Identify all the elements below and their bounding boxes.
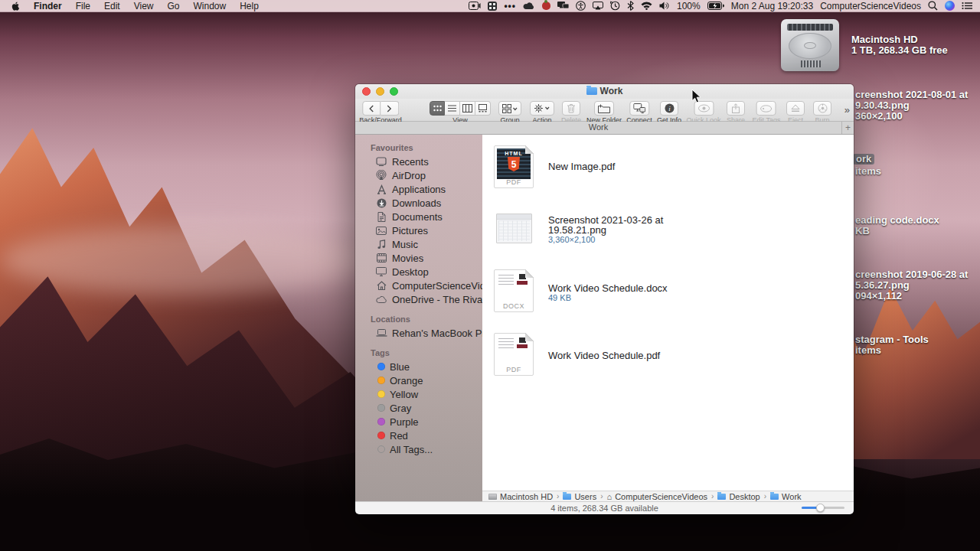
path-segment-users[interactable]: Users — [563, 492, 596, 501]
grid-app-icon[interactable] — [488, 2, 497, 11]
new-folder-button-control[interactable] — [594, 101, 614, 116]
folder-icon — [586, 87, 597, 95]
menu-edit[interactable]: Edit — [104, 1, 120, 11]
menu-go[interactable]: Go — [168, 1, 180, 11]
file-name-schedule-pdf[interactable]: Work Video Schedule.pdf — [548, 350, 660, 360]
slider-knob[interactable] — [816, 504, 825, 512]
new-tab-button[interactable]: + — [841, 122, 854, 134]
sidebar-tag-yellow[interactable]: Yellow — [355, 387, 482, 401]
menu-bar-clock[interactable]: Mon 2 Aug 19:20:33 — [731, 1, 813, 11]
sidebar-tag-purple[interactable]: Purple — [355, 415, 482, 429]
icon-view-button[interactable] — [430, 101, 445, 116]
edit-tags-button-control[interactable] — [756, 101, 776, 116]
sidebar-tag-all[interactable]: All Tags... — [355, 442, 482, 456]
burn-button-control[interactable] — [813, 101, 831, 116]
action-button-control[interactable] — [530, 101, 554, 116]
desktop-item-work-folder[interactable]: ork items — [853, 154, 881, 177]
apple-menu-icon[interactable] — [11, 1, 20, 11]
connect-button: Connect — [626, 101, 652, 124]
sidebar-item-downloads[interactable]: Downloads — [355, 196, 482, 210]
sidebar-tag-red[interactable]: Red — [355, 429, 482, 442]
menu-help[interactable]: Help — [240, 1, 259, 11]
macintosh-hd-desktop-icon[interactable] — [781, 19, 839, 71]
delete-button-control[interactable] — [562, 101, 580, 116]
file-icon-screenshot-png[interactable] — [496, 214, 532, 243]
sidebar-tag-blue[interactable]: Blue — [355, 360, 482, 373]
folder-icon — [717, 494, 726, 500]
displays-icon[interactable] — [557, 1, 569, 11]
bluetooth-icon[interactable] — [627, 1, 634, 11]
desktop-item-reading-code[interactable]: eading code.docx KB — [855, 215, 939, 236]
list-view-button[interactable] — [445, 101, 460, 116]
accessibility-icon[interactable] — [576, 1, 586, 11]
cloud-status-icon[interactable] — [523, 1, 535, 11]
search-icon[interactable] — [928, 1, 938, 11]
menu-finder[interactable]: Finder — [34, 1, 62, 11]
sidebar-header-locations: Locations — [371, 315, 482, 324]
sidebar-item-pictures[interactable]: Pictures — [355, 223, 482, 237]
share-button-control[interactable] — [727, 101, 745, 116]
file-name-schedule-docx[interactable]: Work Video Schedule.docx — [548, 283, 668, 293]
desktop-item-screenshot-2021[interactable]: creenshot 2021-08-01 at 9.30.43.png 360×… — [855, 90, 968, 122]
sidebar-item-home[interactable]: ComputerScienceVideos — [355, 279, 482, 292]
sidebar-item-applications[interactable]: Applications — [355, 182, 482, 196]
time-machine-icon[interactable] — [610, 1, 620, 11]
desktop-item-screenshot-2019[interactable]: creenshot 2019-06-28 at 5.36.27.png 094×… — [855, 269, 968, 302]
column-view-button[interactable] — [460, 101, 475, 116]
movies-icon — [375, 253, 387, 262]
sidebar-item-macbook[interactable]: Rehan's MacBook Pro — [355, 326, 482, 340]
file-name-screenshot-line2[interactable]: 19.58.21.png — [548, 225, 606, 235]
menu-window[interactable]: Window — [194, 1, 227, 11]
forward-button[interactable] — [381, 101, 399, 116]
title-bar[interactable]: Work — [355, 84, 854, 99]
music-icon — [375, 240, 387, 249]
sidebar-item-desktop[interactable]: Desktop — [355, 265, 482, 279]
file-icon-schedule-pdf[interactable]: PDF — [494, 333, 534, 376]
sidebar-item-movies[interactable]: Movies — [355, 251, 482, 265]
volume-icon[interactable] — [659, 1, 670, 11]
get-info-button-control[interactable]: i — [660, 101, 678, 116]
view-control: View — [430, 101, 491, 124]
airdrop-icon — [375, 170, 387, 181]
screen-recording-icon[interactable] — [469, 1, 481, 11]
wifi-icon[interactable] — [641, 1, 652, 11]
red-app-icon[interactable] — [542, 2, 550, 10]
file-icon-new-image-pdf[interactable]: HTML 5 PDF — [494, 145, 534, 188]
path-segment-work[interactable]: Work — [770, 492, 801, 501]
file-meta-schedule-docx-size: 49 KB — [548, 293, 571, 302]
menu-file[interactable]: File — [76, 1, 90, 11]
sidebar-item-onedrive[interactable]: OneDrive - The Rival — [355, 292, 482, 306]
menu-bar: Finder File Edit View Go Window Help ••• — [0, 0, 980, 12]
sidebar-tag-orange[interactable]: Orange — [355, 373, 482, 387]
file-name-new-image-pdf[interactable]: New Image.pdf — [548, 161, 615, 171]
more-dots-icon[interactable]: ••• — [504, 1, 516, 11]
downloads-icon — [375, 198, 387, 208]
sidebar-item-documents[interactable]: Documents — [355, 210, 482, 223]
menu-view[interactable]: View — [134, 1, 154, 11]
path-segment-macintosh-hd[interactable]: Macintosh HD — [488, 492, 553, 501]
new-folder-button: New Folder — [586, 101, 622, 124]
eject-button-control[interactable] — [786, 101, 805, 116]
airplay-icon[interactable] — [593, 1, 603, 11]
battery-charging-icon[interactable] — [707, 1, 724, 11]
sidebar-item-music[interactable]: Music — [355, 237, 482, 251]
file-icon-schedule-docx[interactable]: DOCX — [494, 269, 534, 312]
tab-work[interactable]: Work — [355, 122, 841, 132]
sidebar-item-recents[interactable]: Recents — [355, 155, 482, 168]
gallery-view-button[interactable] — [475, 101, 491, 116]
notification-center-icon[interactable] — [962, 1, 972, 11]
back-button[interactable] — [362, 101, 381, 116]
sidebar-tag-gray[interactable]: Gray — [355, 401, 482, 415]
siri-icon[interactable] — [945, 1, 955, 11]
desktop-item-instagram-tools[interactable]: stagram - Tools items — [855, 334, 929, 356]
documents-icon — [375, 212, 387, 222]
sidebar-item-airdrop[interactable]: AirDrop — [355, 168, 482, 182]
path-segment-desktop[interactable]: Desktop — [717, 492, 760, 501]
menu-bar-account[interactable]: ComputerScienceVideos — [820, 1, 921, 11]
connect-button-control[interactable] — [629, 101, 649, 116]
macintosh-hd-label[interactable]: Macintosh HD 1 TB, 268.34 GB free — [851, 34, 948, 56]
path-segment-user-home[interactable]: ⌂ComputerScienceVideos — [607, 492, 708, 501]
toolbar-overflow-chevron[interactable]: » — [844, 104, 850, 116]
group-button-control[interactable] — [498, 101, 521, 116]
icon-size-slider[interactable] — [802, 507, 844, 509]
